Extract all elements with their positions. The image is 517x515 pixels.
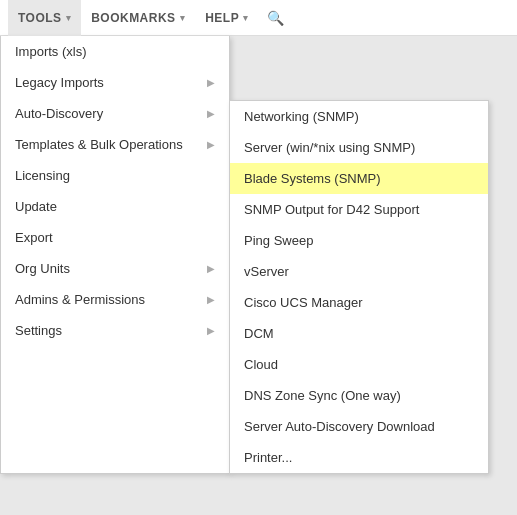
- submenu-vserver[interactable]: vServer: [230, 256, 488, 287]
- org-units-label: Org Units: [15, 261, 70, 276]
- submenu-snmp-output[interactable]: SNMP Output for D42 Support: [230, 194, 488, 225]
- legacy-imports-arrow-icon: ▶: [207, 77, 215, 88]
- tools-dropdown: Imports (xls) Legacy Imports ▶ Auto-Disc…: [0, 36, 230, 474]
- submenu-dns-zone-sync[interactable]: DNS Zone Sync (One way): [230, 380, 488, 411]
- nav-item-help[interactable]: HELP ▾: [195, 0, 259, 36]
- dns-zone-sync-label: DNS Zone Sync (One way): [244, 388, 401, 403]
- menu-item-templates-bulk[interactable]: Templates & Bulk Operations ▶: [1, 129, 229, 160]
- templates-bulk-arrow-icon: ▶: [207, 139, 215, 150]
- server-win-nix-label: Server (win/*nix using SNMP): [244, 140, 415, 155]
- submenu-ping-sweep[interactable]: Ping Sweep: [230, 225, 488, 256]
- update-label: Update: [15, 199, 57, 214]
- menu-item-auto-discovery[interactable]: Auto-Discovery ▶: [1, 98, 229, 129]
- licensing-label: Licensing: [15, 168, 70, 183]
- nav-item-bookmarks[interactable]: BOOKMARKS ▾: [81, 0, 195, 36]
- settings-arrow-icon: ▶: [207, 325, 215, 336]
- auto-discovery-arrow-icon: ▶: [207, 108, 215, 119]
- templates-bulk-label: Templates & Bulk Operations: [15, 137, 183, 152]
- vserver-label: vServer: [244, 264, 289, 279]
- admins-permissions-label: Admins & Permissions: [15, 292, 145, 307]
- menu-item-imports-xls[interactable]: Imports (xls): [1, 36, 229, 67]
- submenu-printer[interactable]: Printer...: [230, 442, 488, 473]
- navbar: TOOLS ▾ BOOKMARKS ▾ HELP ▾ 🔍: [0, 0, 517, 36]
- menu-item-update[interactable]: Update: [1, 191, 229, 222]
- cisco-ucs-label: Cisco UCS Manager: [244, 295, 363, 310]
- snmp-output-label: SNMP Output for D42 Support: [244, 202, 419, 217]
- dcm-label: DCM: [244, 326, 274, 341]
- submenu-server-auto-download[interactable]: Server Auto-Discovery Download: [230, 411, 488, 442]
- help-label: HELP: [205, 11, 239, 25]
- tools-arrow-icon: ▾: [66, 13, 72, 23]
- menu-item-settings[interactable]: Settings ▶: [1, 315, 229, 346]
- admins-permissions-arrow-icon: ▶: [207, 294, 215, 305]
- server-auto-download-label: Server Auto-Discovery Download: [244, 419, 435, 434]
- menu-item-licensing[interactable]: Licensing: [1, 160, 229, 191]
- help-arrow-icon: ▾: [243, 13, 249, 23]
- networking-snmp-label: Networking (SNMP): [244, 109, 359, 124]
- export-label: Export: [15, 230, 53, 245]
- menu-item-org-units[interactable]: Org Units ▶: [1, 253, 229, 284]
- submenu-blade-systems[interactable]: Blade Systems (SNMP): [230, 163, 488, 194]
- auto-discovery-submenu: Networking (SNMP) Server (win/*nix using…: [229, 100, 489, 474]
- submenu-networking-snmp[interactable]: Networking (SNMP): [230, 101, 488, 132]
- menu-item-admins-permissions[interactable]: Admins & Permissions ▶: [1, 284, 229, 315]
- submenu-cisco-ucs[interactable]: Cisco UCS Manager: [230, 287, 488, 318]
- settings-label: Settings: [15, 323, 62, 338]
- bookmarks-arrow-icon: ▾: [180, 13, 186, 23]
- menu-item-export[interactable]: Export: [1, 222, 229, 253]
- bookmarks-label: BOOKMARKS: [91, 11, 176, 25]
- submenu-cloud[interactable]: Cloud: [230, 349, 488, 380]
- auto-discovery-label: Auto-Discovery: [15, 106, 103, 121]
- nav-item-tools[interactable]: TOOLS ▾: [8, 0, 81, 36]
- legacy-imports-label: Legacy Imports: [15, 75, 104, 90]
- imports-xls-label: Imports (xls): [15, 44, 87, 59]
- dropdown-container: Imports (xls) Legacy Imports ▶ Auto-Disc…: [0, 36, 489, 474]
- submenu-dcm[interactable]: DCM: [230, 318, 488, 349]
- tools-label: TOOLS: [18, 11, 62, 25]
- cloud-label: Cloud: [244, 357, 278, 372]
- search-icon[interactable]: 🔍: [259, 10, 292, 26]
- printer-label: Printer...: [244, 450, 292, 465]
- ping-sweep-label: Ping Sweep: [244, 233, 313, 248]
- menu-item-legacy-imports[interactable]: Legacy Imports ▶: [1, 67, 229, 98]
- submenu-server-win-nix[interactable]: Server (win/*nix using SNMP): [230, 132, 488, 163]
- org-units-arrow-icon: ▶: [207, 263, 215, 274]
- blade-systems-label: Blade Systems (SNMP): [244, 171, 381, 186]
